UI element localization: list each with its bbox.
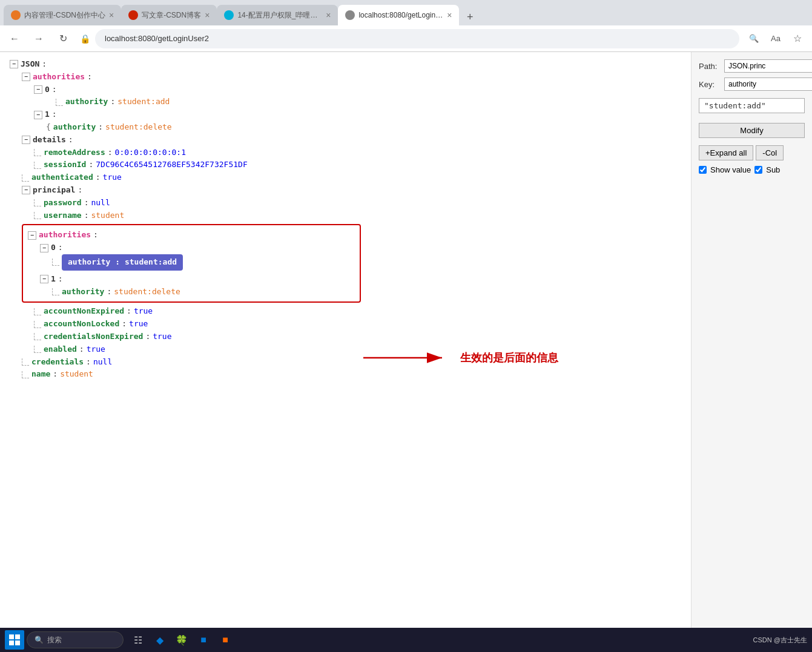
forward-button[interactable]: → (29, 29, 48, 48)
item0-inner-toggle[interactable]: − (40, 244, 48, 252)
annotation-text: 生效的是后面的信息 (460, 349, 558, 367)
authority1-inner-val: student:delete (114, 286, 180, 298)
authority0-inner-row[interactable]: authority : student:add (52, 254, 355, 271)
principal-toggle[interactable]: − (22, 186, 30, 194)
tab-4-close[interactable]: × (447, 10, 452, 20)
credentialsnonexpired-key: credentialsNonExpired (44, 331, 143, 343)
tab-1[interactable]: 内容管理-CSDN创作中心 × (4, 5, 121, 25)
tab-2[interactable]: 写文章-CSDN博客 × (121, 5, 217, 25)
authority0-top-row: authority : student:add (46, 96, 681, 108)
credentials-val: null (93, 356, 112, 369)
svg-rect-4 (9, 640, 14, 645)
address-bar-row: ← → ↻ 🔒 🔍 Aa ☆ (0, 25, 812, 52)
accountnonexpired-key: accountNonExpired (44, 305, 124, 318)
accountnonexpired-row: accountNonExpired : true (34, 305, 681, 318)
tab-1-close[interactable]: × (109, 10, 114, 20)
details-key: details (33, 134, 66, 147)
password-row: password : null (34, 197, 681, 209)
expand-col-buttons: +Expand all -Col (699, 145, 805, 160)
svg-rect-2 (9, 634, 14, 639)
credentialsnonexpired-val: true (153, 331, 171, 343)
path-input[interactable] (724, 59, 812, 73)
name-val: student (60, 368, 93, 381)
item0-top-toggle[interactable]: − (34, 85, 42, 94)
username-key: username (44, 209, 82, 222)
tab-2-label: 写文章-CSDN博客 (142, 10, 201, 21)
tab-4-favicon (345, 10, 355, 20)
sub-checkbox[interactable] (754, 166, 762, 174)
highlight-box: − authorities : − 0 : authority : studen… (22, 224, 361, 303)
enabled-row: enabled : true (34, 343, 681, 356)
reload-button[interactable]: ↻ (53, 29, 73, 48)
tab-3[interactable]: 14-配置用户权限_哔哩哔哩_bili... × (217, 5, 338, 25)
taskbar-search[interactable]: 🔍 搜索 (27, 631, 124, 648)
address-input[interactable] (95, 29, 739, 48)
toolbar-icons: 🔍 Aa ☆ (744, 29, 807, 48)
remoteaddress-row: remoteAddress : 0:0:0:0:0:0:0:1 (34, 147, 681, 159)
annotation-arrow (363, 349, 448, 367)
tab-4-label: localhost:8080/getLoginUser2 (358, 11, 443, 19)
item1-inner-label: 1 (51, 273, 56, 286)
taskbar-task-view[interactable]: ☷ (128, 630, 148, 650)
json-viewer: − JSON : − authorities : − 0 : authority… (0, 52, 691, 630)
authorities-inner-key: authorities (39, 229, 91, 242)
taskbar-app1[interactable]: 🍀 (172, 630, 191, 650)
sessionid-val: 7DC96C4C654512768EF5342F732F51DF (96, 159, 247, 171)
taskbar-edge[interactable]: ◆ (150, 630, 170, 650)
accountnonlocked-key: accountNonLocked (44, 318, 119, 331)
search-icon: 🔍 (35, 636, 44, 644)
item1-inner-toggle[interactable]: − (40, 275, 48, 283)
path-label: Path: (699, 62, 721, 71)
search-placeholder: 搜索 (47, 635, 62, 645)
taskbar-app2[interactable]: ■ (194, 630, 213, 650)
tab-2-close[interactable]: × (205, 10, 210, 20)
json-root-toggle[interactable]: − (10, 60, 18, 68)
key-label: Key: (699, 80, 721, 89)
authority1-top-row: { authority : student:delete (46, 121, 681, 134)
details-toggle[interactable]: − (22, 136, 30, 144)
authority0-inner-highlight[interactable]: authority : student:add (62, 254, 183, 271)
enabled-key: enabled (44, 343, 77, 356)
key-input[interactable] (724, 77, 812, 91)
taskbar-user-label: CSDN @吉士先生 (753, 636, 807, 645)
item0-top-row: − 0 : (34, 84, 681, 96)
modify-button[interactable]: Modify (699, 123, 805, 138)
credentialsnonexpired-row: credentialsNonExpired : true (34, 331, 681, 343)
remoteaddress-val: 0:0:0:0:0:0:0:1 (115, 147, 186, 159)
back-button[interactable]: ← (5, 29, 24, 48)
item0-inner-label: 0 (51, 242, 56, 254)
item1-top-label: 1 (45, 108, 50, 121)
authorities-top-toggle[interactable]: − (22, 73, 30, 81)
taskbar-app3[interactable]: ■ (216, 630, 235, 650)
authenticated-key: authenticated (31, 171, 93, 184)
tab-4[interactable]: localhost:8080/getLoginUser2 × (338, 5, 459, 25)
json-root-row: − JSON : (10, 58, 681, 71)
browser-chrome: 内容管理-CSDN创作中心 × 写文章-CSDN博客 × 14-配置用户权限_哔… (0, 0, 812, 52)
json-root-label: JSON (21, 58, 39, 71)
authority1-top-key: authority (53, 121, 96, 134)
password-val: null (91, 197, 110, 209)
start-button[interactable] (5, 630, 24, 650)
authority0-inner-val: student:add (125, 257, 177, 266)
accountnonexpired-val: true (134, 305, 153, 318)
item1-top-toggle[interactable]: − (34, 111, 42, 119)
zoom-button[interactable]: 🔍 (744, 29, 764, 48)
reader-button[interactable]: Aa (766, 29, 785, 48)
item1-top-row: − 1 : (34, 108, 681, 121)
username-row: username : student (34, 209, 681, 222)
show-value-checkbox[interactable] (699, 166, 707, 174)
tab-bar: 内容管理-CSDN创作中心 × 写文章-CSDN博客 × 14-配置用户权限_哔… (0, 0, 812, 25)
name-row: name : student (22, 368, 681, 381)
bookmark-button[interactable]: ☆ (788, 29, 807, 48)
expand-all-button[interactable]: +Expand all (699, 145, 753, 160)
col-button[interactable]: -Col (756, 145, 784, 160)
new-tab-button[interactable]: + (461, 8, 478, 25)
authorities-inner-toggle[interactable]: − (28, 231, 36, 240)
tab-3-close[interactable]: × (326, 10, 331, 20)
accountnonlocked-val: true (129, 318, 148, 331)
authority1-top-val: student:delete (105, 121, 172, 134)
tab-2-favicon (128, 10, 138, 20)
windows-icon (9, 634, 20, 645)
details-row: − details : (22, 134, 681, 147)
annotation-area: 生效的是后面的信息 (363, 349, 558, 367)
